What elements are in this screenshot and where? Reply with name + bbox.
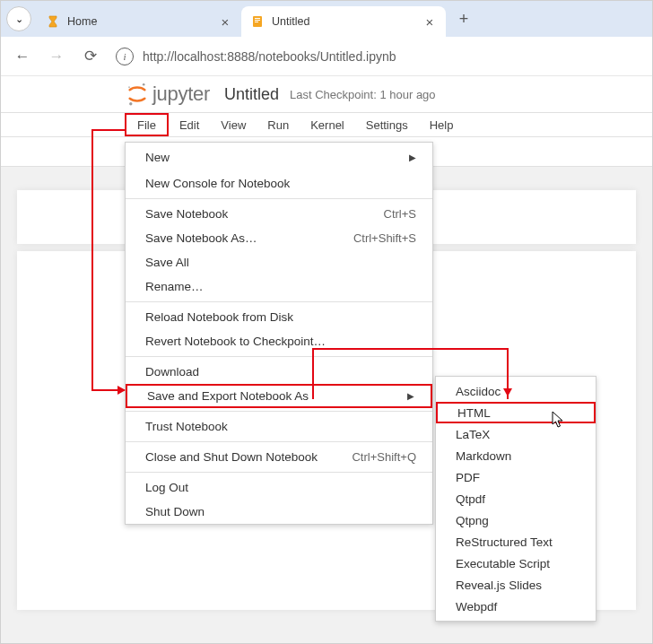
export-pdf[interactable]: PDF: [436, 466, 596, 488]
menu-item-label: Qtpdf: [456, 492, 485, 506]
menu-item-label: Shut Down: [145, 505, 205, 518]
menu-item-reload[interactable]: Reload Notebook from Disk: [126, 305, 432, 329]
checkpoint-text: Last Checkpoint: 1 hour ago: [290, 88, 436, 101]
export-asciidoc[interactable]: Asciidoc: [436, 380, 596, 402]
svg-point-5: [129, 102, 132, 105]
tab-strip: ⌄ Home × Untitled × +: [1, 1, 652, 37]
menu-item-save[interactable]: Save Notebook Ctrl+S: [126, 202, 432, 226]
menu-item-label: New: [145, 151, 170, 164]
forward-button[interactable]: →: [42, 42, 71, 71]
menu-item-label: Download: [145, 365, 199, 379]
jupyter-logo-icon: [126, 82, 148, 107]
menu-separator: [126, 411, 432, 412]
menu-item-label: Markdown: [456, 449, 511, 463]
menu-run[interactable]: Run: [257, 113, 300, 136]
url-display[interactable]: i http://localhost:8888/notebooks/Untitl…: [110, 42, 645, 71]
menu-item-label: Save All: [145, 256, 189, 269]
menu-shortcut: Ctrl+Shift+Q: [352, 450, 416, 464]
menu-item-label: Save Notebook As…: [145, 231, 257, 245]
menu-item-new-console[interactable]: New Console for Notebook: [126, 171, 432, 196]
menu-item-rename[interactable]: Rename…: [126, 274, 432, 299]
menu-item-save-as[interactable]: Save Notebook As… Ctrl+Shift+S: [126, 226, 432, 250]
menu-shortcut: Ctrl+Shift+S: [353, 231, 416, 245]
browser-tab-untitled[interactable]: Untitled ×: [241, 6, 446, 37]
menu-view[interactable]: View: [210, 113, 257, 136]
jupyter-header: jupyter Untitled Last Checkpoint: 1 hour…: [1, 76, 652, 112]
menu-item-download[interactable]: Download: [126, 360, 432, 384]
menu-item-shutdown[interactable]: Shut Down: [126, 500, 432, 524]
menu-separator: [126, 301, 432, 302]
menu-separator: [126, 472, 432, 473]
jupyter-brand-text: jupyter: [152, 83, 210, 106]
reload-icon: ⟳: [84, 47, 97, 65]
notebook-title[interactable]: Untitled: [224, 85, 279, 104]
menu-settings[interactable]: Settings: [355, 113, 419, 136]
menu-item-label: Save Notebook: [145, 207, 228, 221]
menu-item-label: Qtpng: [456, 514, 489, 527]
menu-file[interactable]: File: [125, 113, 169, 136]
menu-item-revert[interactable]: Revert Notebook to Checkpoint…: [126, 329, 432, 353]
export-rst[interactable]: ReStructured Text: [436, 531, 596, 553]
arrow-right-icon: →: [49, 48, 65, 65]
export-qtpdf[interactable]: Qtpdf: [436, 488, 596, 509]
tab-dropdown-button[interactable]: ⌄: [6, 6, 31, 31]
menu-item-label: Rename…: [145, 280, 204, 293]
menu-separator: [126, 441, 432, 442]
address-bar-row: ← → ⟳ i http://localhost:8888/notebooks/…: [1, 37, 652, 76]
export-latex[interactable]: LaTeX: [436, 423, 596, 445]
site-info-icon[interactable]: i: [116, 48, 134, 65]
back-button[interactable]: ←: [8, 42, 37, 71]
menu-edit[interactable]: Edit: [169, 113, 210, 136]
menu-shortcut: Ctrl+S: [384, 207, 416, 221]
svg-rect-1: [255, 18, 260, 19]
menu-item-label: Reload Notebook from Disk: [145, 310, 293, 324]
export-revealjs[interactable]: Reveal.js Slides: [436, 574, 596, 596]
export-qtpng[interactable]: Qtpng: [436, 509, 596, 531]
menu-item-label: Reveal.js Slides: [456, 579, 542, 592]
menu-item-close-shutdown[interactable]: Close and Shut Down Notebook Ctrl+Shift+…: [126, 445, 432, 469]
menu-item-label: Trust Notebook: [145, 420, 228, 433]
browser-chrome: ⌄ Home × Untitled × + ← → ⟳ i: [1, 1, 652, 76]
jupyter-logo[interactable]: jupyter: [126, 82, 210, 107]
export-script[interactable]: Executable Script: [436, 553, 596, 574]
menu-item-label: Log Out: [145, 481, 188, 494]
arrow-left-icon: ←: [15, 48, 30, 65]
svg-rect-2: [255, 20, 260, 21]
menu-item-new[interactable]: New ▶: [126, 143, 432, 171]
browser-tab-home[interactable]: Home ×: [37, 6, 241, 37]
menu-item-label: Revert Notebook to Checkpoint…: [145, 335, 326, 348]
svg-rect-3: [255, 22, 258, 22]
menu-kernel[interactable]: Kernel: [300, 113, 355, 136]
chevron-right-icon: ▶: [409, 152, 416, 162]
menu-item-label: Executable Script: [456, 557, 550, 570]
svg-point-6: [128, 86, 130, 88]
reload-button[interactable]: ⟳: [76, 42, 105, 71]
menu-item-export-as[interactable]: Save and Export Notebook As ▶: [126, 384, 432, 408]
menu-help[interactable]: Help: [419, 113, 465, 136]
url-text: http://localhost:8888/notebooks/Untitled…: [143, 49, 396, 64]
export-submenu: Asciidoc HTML LaTeX Markdown PDF Qtpdf Q…: [435, 376, 596, 622]
menu-item-save-all[interactable]: Save All: [126, 250, 432, 274]
menu-separator: [126, 198, 432, 199]
menu-item-label: HTML: [457, 406, 491, 420]
menu-item-label: ReStructured Text: [456, 535, 553, 549]
menu-item-label: Webpdf: [456, 600, 497, 614]
chevron-right-icon: ▶: [407, 391, 414, 401]
menu-item-label: Save and Export Notebook As: [147, 389, 309, 403]
tab-title: Untitled: [272, 15, 417, 28]
export-webpdf[interactable]: Webpdf: [436, 596, 596, 617]
svg-point-4: [143, 83, 145, 86]
new-tab-button[interactable]: +: [451, 6, 476, 31]
chevron-down-icon: ⌄: [15, 13, 23, 25]
close-icon[interactable]: ×: [218, 14, 232, 30]
menu-item-logout[interactable]: Log Out: [126, 475, 432, 500]
menu-item-label: Asciidoc: [456, 385, 501, 398]
close-icon[interactable]: ×: [422, 14, 437, 30]
menu-item-label: LaTeX: [456, 428, 490, 441]
menu-item-trust[interactable]: Trust Notebook: [126, 414, 432, 439]
tab-title: Home: [67, 15, 213, 28]
export-html[interactable]: HTML: [436, 402, 596, 423]
notebook-icon: [250, 14, 265, 29]
menu-separator: [126, 356, 432, 357]
export-markdown[interactable]: Markdown: [436, 445, 596, 466]
